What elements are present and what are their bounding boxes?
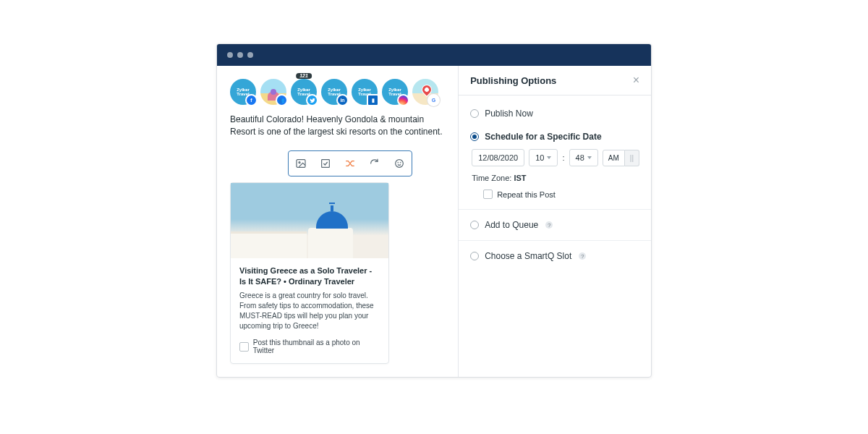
window-titlebar	[217, 44, 651, 66]
panel-title: Publishing Options	[470, 75, 556, 86]
timezone-label: Time Zone: IST	[470, 174, 639, 182]
link-preview-title: Visiting Greece as a Solo Traveler - Is …	[239, 265, 380, 287]
help-icon[interactable]: ?	[579, 252, 586, 260]
channel-zylker-facebook[interactable]: Zylker Travel f	[230, 79, 256, 105]
window-dot	[227, 52, 233, 58]
option-label: Add to Queue	[485, 220, 538, 230]
close-icon[interactable]: ×	[633, 75, 639, 86]
pm-button[interactable]: ||	[625, 150, 639, 166]
panel-header: Publishing Options ×	[459, 66, 651, 95]
time-colon: :	[562, 153, 564, 162]
compose-window: Zylker Travel f 👥 121 Zylker Travel Zylk…	[216, 43, 652, 378]
twitter-icon	[306, 94, 318, 106]
channel-zylker-instagram[interactable]: Zylker Travel	[382, 79, 408, 105]
facebook-icon: f	[245, 94, 258, 106]
window-dot	[237, 52, 243, 58]
svg-rect-2	[322, 159, 330, 167]
help-icon[interactable]: ?	[545, 221, 553, 229]
post-text[interactable]: Beautiful Colorado! Heavenly Gondola & m…	[230, 114, 446, 139]
caret-down-icon	[587, 156, 592, 159]
option-publish-now[interactable]: Publish Now	[459, 98, 651, 122]
group-icon: 👥	[276, 94, 288, 106]
meridiem-toggle[interactable]: AM ||	[603, 150, 639, 166]
svg-point-5	[400, 162, 401, 163]
svg-point-3	[396, 159, 404, 167]
date-input[interactable]: 12/08/2020	[472, 149, 524, 166]
caret-down-icon	[547, 156, 551, 159]
option-label: Publish Now	[485, 109, 533, 119]
checkbox-label: Repeat this Post	[497, 190, 556, 199]
am-button[interactable]: AM	[603, 150, 625, 166]
radio-icon-selected	[470, 132, 479, 141]
content-area: Zylker Travel f 👥 121 Zylker Travel Zylk…	[217, 66, 651, 377]
twitter-count-badge: 121	[296, 73, 312, 79]
channel-google-business[interactable]: G	[412, 79, 438, 105]
channel-zylker-twitter[interactable]: 121 Zylker Travel	[291, 79, 317, 105]
shuffle-icon[interactable]	[344, 157, 357, 170]
linkedin-company-icon: ▮	[367, 94, 379, 106]
compose-column: Zylker Travel f 👥 121 Zylker Travel Zylk…	[217, 66, 459, 377]
publishing-options-list: Publish Now Schedule for a Specific Date…	[459, 95, 651, 271]
schedule-datetime-row: 12/08/2020 10 : 48 AM ||	[470, 149, 639, 166]
option-smartq[interactable]: Choose a SmartQ Slot ?	[459, 241, 651, 271]
insert-toolbar	[288, 150, 412, 176]
link-preview-image	[231, 183, 388, 258]
post-thumbnail-checkbox[interactable]: Post this thumbnail as a photo on Twitte…	[239, 339, 380, 354]
linkedin-icon: in	[336, 94, 349, 106]
radio-icon	[470, 109, 479, 118]
refresh-icon[interactable]	[368, 157, 381, 170]
image-icon[interactable]	[294, 157, 307, 170]
link-preview-description: Greece is a great country for solo trave…	[239, 291, 380, 331]
option-label: Schedule for a Specific Date	[485, 132, 601, 142]
svg-point-1	[299, 161, 300, 163]
repeat-post-checkbox[interactable]: Repeat this Post	[470, 190, 639, 199]
checkbox-icon	[239, 342, 249, 352]
link-preview-card: Visiting Greece as a Solo Traveler - Is …	[230, 182, 389, 365]
svg-rect-0	[297, 159, 305, 167]
channel-zylker-linkedin[interactable]: Zylker Travel in	[321, 79, 347, 105]
checkbox-icon	[483, 190, 493, 199]
radio-icon	[470, 252, 479, 260]
channel-avatar-row: Zylker Travel f 👥 121 Zylker Travel Zylk…	[230, 76, 446, 114]
radio-icon	[470, 221, 479, 229]
instagram-icon	[397, 94, 409, 106]
svg-point-4	[398, 162, 399, 163]
publishing-options-panel: Publishing Options × Publish Now Schedul…	[459, 66, 651, 377]
channel-zylker-linkedin-company[interactable]: Zylker Travel ▮	[352, 79, 378, 105]
window-dot	[247, 52, 253, 58]
option-label: Choose a SmartQ Slot	[485, 251, 571, 261]
crop-icon[interactable]	[319, 157, 332, 170]
checkbox-label: Post this thumbnail as a photo on Twitte…	[253, 339, 380, 354]
option-add-to-queue[interactable]: Add to Queue ?	[459, 210, 651, 241]
option-schedule[interactable]: Schedule for a Specific Date 12/08/2020 …	[459, 122, 651, 210]
google-icon: G	[427, 94, 440, 106]
channel-zylker-group[interactable]: 👥	[260, 79, 286, 105]
link-preview-body: Visiting Greece as a Solo Traveler - Is …	[231, 258, 388, 364]
minute-select[interactable]: 48	[569, 149, 598, 166]
hour-select[interactable]: 10	[529, 149, 558, 166]
smile-icon[interactable]	[393, 157, 406, 170]
